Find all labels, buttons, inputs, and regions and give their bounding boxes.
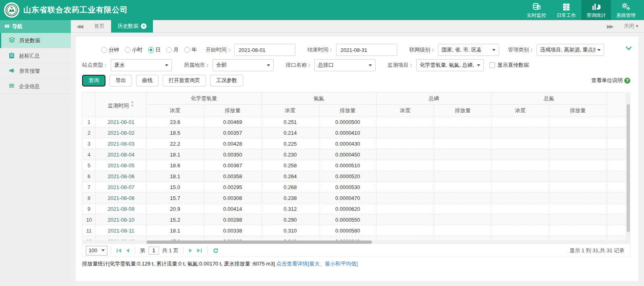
cell-nh_c: 0.230 — [261, 149, 319, 160]
horizontal-scrollbar-thumb[interactable] — [147, 241, 372, 244]
divider — [111, 247, 111, 254]
cell-date: 2021-08-10 — [96, 214, 147, 225]
tabs-scroll-right-icon[interactable]: ▶▶ — [601, 23, 618, 29]
time-column-header[interactable]: 监测时间▲▼ — [96, 93, 147, 117]
sub-header-concentration: 浓度 — [261, 105, 319, 117]
city-select[interactable]: 全部 — [213, 59, 274, 71]
cell-tp_c — [376, 149, 434, 160]
cell-no: 4 — [83, 149, 96, 160]
first-page-button[interactable] — [114, 248, 124, 253]
cell-tp_c — [376, 171, 434, 182]
tabs-scroll-left-icon[interactable]: ◀◀ — [71, 23, 88, 29]
cell-tn_c — [491, 149, 549, 160]
vertical-scrollbar-thumb[interactable] — [627, 104, 630, 232]
radio-icon[interactable] — [166, 47, 172, 53]
radio-icon[interactable] — [184, 47, 190, 53]
period-radio-小时[interactable]: 小时 — [125, 46, 142, 53]
table-row: 62021-08-0618.10.003580.2640.0000520 — [83, 171, 626, 182]
cell-tn_c — [491, 225, 549, 236]
module-query-stats[interactable]: 查询统计 — [581, 0, 611, 20]
company-logo-icon — [4, 2, 19, 18]
station-type-select[interactable]: 废水 — [111, 59, 172, 71]
tab-close-icon[interactable]: × — [141, 23, 147, 29]
page-size-select[interactable]: 100 — [86, 246, 107, 255]
last-page-button[interactable] — [195, 248, 204, 253]
cell-nh_c: 0.310 — [261, 225, 319, 236]
cell-nh_c: 0.238 — [261, 193, 319, 204]
table-row: 112021-08-1118.10.003380.3100.0000580 — [83, 225, 626, 236]
divider — [207, 247, 208, 254]
curve-button[interactable]: 曲线 — [136, 75, 159, 86]
brand: 山东省联合农药工业有限公司 — [0, 2, 128, 18]
cell-cod_c: 18.1 — [147, 171, 204, 182]
cell-nh_e: 0.0000410 — [319, 128, 376, 138]
sort-icon[interactable]: ▲▼ — [130, 100, 134, 108]
cell-cod_e: 0.00308 — [204, 193, 261, 204]
cell-cod_e: 0.00414 — [204, 204, 261, 214]
cell-no: 5 — [83, 160, 96, 171]
sub-header-emission: 排放量 — [549, 105, 607, 117]
page-number-input[interactable] — [149, 247, 159, 255]
header-modules: 实时监控 日常工作 查询统计 — [522, 0, 641, 20]
tab-history-data[interactable]: 历史数据 × — [111, 20, 153, 33]
sub-header-emission: 排放量 — [204, 105, 261, 117]
next-page-button[interactable] — [187, 248, 195, 253]
radio-icon[interactable] — [125, 47, 130, 53]
cell-tp_c — [376, 117, 434, 128]
collapse-filters-icon[interactable] — [625, 45, 632, 51]
refresh-button[interactable] — [211, 248, 221, 253]
sidebar-item-abnormal-alarm[interactable]: 异常报警 — [0, 64, 71, 79]
cell-tp_c — [376, 225, 434, 236]
cell-tn_e — [549, 225, 607, 236]
select-value: 废水 — [114, 62, 163, 69]
sidebar-item-history-data[interactable]: 历史数据 — [0, 33, 71, 48]
period-radio-年[interactable]: 年 — [184, 46, 197, 53]
list-icon — [8, 82, 15, 90]
radio-icon[interactable] — [101, 47, 107, 53]
condition-params-button[interactable]: 工况参数 — [210, 75, 243, 86]
monitor-items-select[interactable]: 化学需氧量, 氨氮, 总磷, 总 — [416, 59, 484, 71]
cell-no: 10 — [83, 214, 96, 225]
cell-cod_c: 18.1 — [147, 149, 204, 160]
cell-tn_c — [491, 128, 549, 138]
cell-tp_e — [434, 225, 491, 236]
tab-home[interactable]: 首页 — [88, 20, 111, 33]
period-radio-月[interactable]: 月 — [166, 46, 179, 53]
table-row: 102021-08-1015.20.002880.2900.0000550 — [83, 214, 626, 225]
period-radio-分钟[interactable]: 分钟 — [101, 46, 119, 53]
chevron-down-icon — [477, 64, 480, 66]
start-time-input[interactable] — [234, 44, 295, 56]
manage-type-select[interactable]: 违规项目, 高架源, 重点排 — [537, 44, 604, 56]
outlet-select[interactable]: 总排口 — [314, 59, 376, 71]
cell-no: 2 — [83, 128, 96, 138]
period-radio-日[interactable]: 日 — [148, 46, 161, 53]
cell-tn_e — [549, 160, 607, 171]
sidebar-item-company-info[interactable]: 企业信息 — [0, 79, 71, 94]
new-query-page-button[interactable]: 打开新查询页 — [163, 75, 206, 86]
module-system-admin[interactable]: 系统管理 — [611, 0, 641, 20]
radio-icon[interactable] — [148, 47, 154, 53]
sidebar-item-label: 异常报警 — [19, 68, 40, 75]
city-label: 所属地市： — [184, 62, 210, 69]
time-header-label: 监测时间 — [108, 103, 129, 109]
module-daily-work[interactable]: 日常工作 — [551, 0, 581, 20]
unit-help-link[interactable]: 查看单位说明 ? — [591, 77, 630, 84]
row-number-header — [83, 93, 96, 117]
cell-no: 1 — [83, 117, 96, 128]
cell-nh_c: 0.258 — [261, 160, 319, 171]
network-level-select[interactable]: 国家, 省, 市, 区县 — [438, 44, 499, 56]
end-time-input[interactable] — [336, 44, 397, 56]
sidebar-item-exceed-summary[interactable]: 超标汇总 — [0, 48, 71, 64]
export-button[interactable]: 导出 — [109, 75, 132, 86]
close-menu-label: 关闭 — [624, 23, 634, 29]
query-button[interactable]: 查询 — [82, 75, 105, 86]
direct-data-checkbox[interactable] — [489, 62, 495, 68]
cell-tn_e — [549, 128, 607, 138]
module-realtime-monitor[interactable]: 实时监控 — [522, 0, 551, 20]
close-tabs-menu[interactable]: 关闭 ▾ — [624, 23, 638, 30]
cell-date: 2021-08-01 — [96, 117, 147, 128]
prev-page-button[interactable] — [124, 248, 132, 253]
cell-tp_e — [434, 182, 491, 193]
stats-detail-link[interactable]: 点击查看详情[最大、最小和平均值] — [277, 261, 358, 267]
table-row: 82021-08-0815.70.003080.2380.0000470 — [83, 193, 626, 204]
